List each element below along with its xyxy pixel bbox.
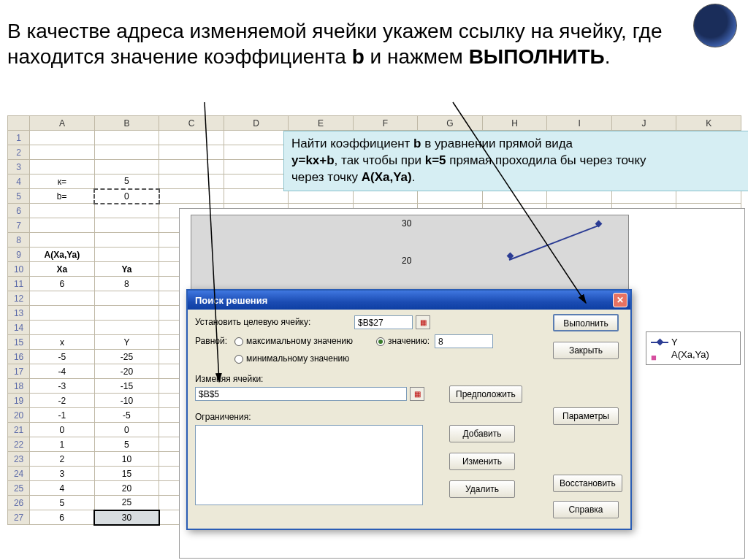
changing-cells-input[interactable] (195, 387, 407, 401)
target-cell-input[interactable] (354, 315, 413, 329)
radio-value-label: значению: (388, 336, 430, 346)
row-header[interactable]: 1 (8, 131, 30, 145)
target-value-input[interactable] (435, 334, 493, 348)
row-header[interactable]: 7 (8, 218, 30, 233)
col-header-a[interactable]: A (30, 116, 95, 131)
help-button[interactable]: Справка (553, 501, 619, 518)
row-header[interactable]: 5 (8, 189, 30, 204)
row-header[interactable]: 3 (8, 160, 30, 174)
row-header[interactable]: 23 (8, 452, 30, 467)
delete-constraint-button[interactable]: Удалить (449, 480, 515, 498)
row-header[interactable]: 2 (8, 145, 30, 160)
col-header-c[interactable]: C (159, 116, 224, 131)
row-header[interactable]: 12 (8, 291, 30, 306)
col-header-b[interactable]: B (94, 116, 159, 131)
row-header[interactable]: 14 (8, 321, 30, 335)
col-header-i[interactable]: I (547, 116, 612, 131)
row-header[interactable]: 16 (8, 350, 30, 364)
col-header-j[interactable]: J (611, 116, 676, 131)
row-header[interactable]: 6 (8, 204, 30, 218)
chart-tick-30: 30 (402, 218, 411, 229)
row-header[interactable]: 10 (8, 262, 30, 277)
row-header[interactable]: 11 (8, 277, 30, 291)
ref-select-icon[interactable] (410, 387, 424, 401)
radio-max[interactable] (234, 337, 243, 346)
col-header-f[interactable]: F (353, 116, 418, 131)
slide-title: В качестве адреса изменяемой ячейки укаж… (7, 18, 679, 69)
select-all-corner[interactable] (8, 116, 30, 131)
suggest-button[interactable]: Предположить (449, 386, 522, 403)
dialog-titlebar[interactable]: Поиск решения ✕ (188, 291, 630, 310)
col-header-g[interactable]: G (418, 116, 483, 131)
col-header-h[interactable]: H (482, 116, 547, 131)
col-header-e[interactable]: E (289, 116, 354, 131)
logo-icon (693, 4, 737, 47)
radio-max-label: максимальному значению (246, 336, 353, 346)
col-header-d[interactable]: D (224, 116, 289, 131)
restore-button[interactable]: Восстановить (553, 475, 622, 492)
row-header[interactable]: 26 (8, 496, 30, 510)
solver-dialog: Поиск решения ✕ Установить целевую ячейк… (186, 289, 632, 530)
changing-cells-label: Изменяя ячейки: (195, 374, 263, 384)
col-header-k[interactable]: K (676, 116, 741, 131)
add-constraint-button[interactable]: Добавить (449, 425, 515, 442)
close-icon[interactable]: ✕ (613, 293, 627, 307)
dialog-title-text: Поиск решения (195, 295, 267, 306)
row-header[interactable]: 4 (8, 174, 30, 189)
row-header[interactable]: 8 (8, 233, 30, 248)
radio-value[interactable] (376, 337, 385, 346)
row-header[interactable]: 15 (8, 335, 30, 350)
edit-constraint-button[interactable]: Изменить (449, 453, 515, 470)
equal-label: Равной: (195, 336, 227, 346)
legend-swatch-a (651, 352, 668, 358)
parameters-button[interactable]: Параметры (553, 407, 619, 425)
chart-tick-20: 20 (402, 256, 411, 266)
cell-b27[interactable]: 30 (94, 510, 159, 525)
chart-legend: Y A(Xa,Ya) (646, 331, 741, 365)
legend-swatch-y (651, 342, 668, 343)
task-description: Найти коэффициент b в уравнении прямой в… (283, 131, 748, 191)
target-cell-label: Установить целевую ячейку: (195, 317, 310, 327)
cell-b5[interactable]: 0 (94, 189, 159, 204)
constraints-label: Ограничения: (195, 412, 251, 422)
radio-min-label: минимальному значению (246, 353, 349, 364)
constraints-listbox[interactable] (195, 425, 423, 505)
row-header[interactable]: 9 (8, 248, 30, 262)
row-header[interactable]: 21 (8, 423, 30, 437)
row-header[interactable]: 13 (8, 306, 30, 321)
ref-select-icon[interactable] (416, 315, 430, 329)
row-header[interactable]: 20 (8, 408, 30, 423)
row-header[interactable]: 22 (8, 437, 30, 452)
row-header[interactable]: 17 (8, 364, 30, 379)
row-header[interactable]: 27 (8, 510, 30, 525)
row-header[interactable]: 18 (8, 379, 30, 394)
chart-line-y (509, 225, 598, 260)
close-button[interactable]: Закрыть (553, 342, 619, 359)
run-button[interactable]: Выполнить (553, 314, 619, 331)
radio-min[interactable] (234, 355, 243, 364)
row-header[interactable]: 19 (8, 394, 30, 408)
row-header[interactable]: 24 (8, 467, 30, 481)
row-header[interactable]: 25 (8, 481, 30, 496)
